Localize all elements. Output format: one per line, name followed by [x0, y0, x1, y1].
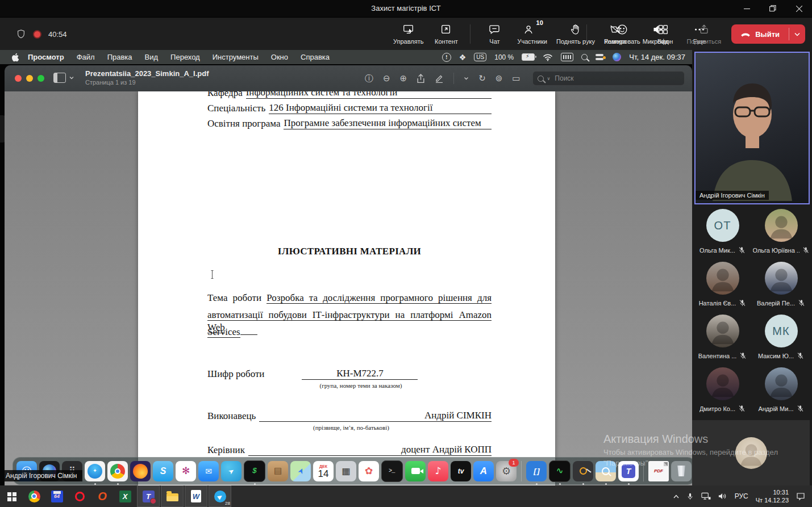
taskbar-emulator[interactable]: 64 — [45, 485, 68, 507]
wifi-icon[interactable] — [543, 53, 553, 61]
language-indicator[interactable]: РУС — [735, 492, 748, 500]
menu-view[interactable]: Вид — [139, 53, 165, 61]
dock-keychain[interactable] — [573, 461, 593, 481]
search-input[interactable] — [553, 74, 679, 83]
dock-chrome[interactable] — [107, 461, 128, 481]
close-button[interactable] — [786, 0, 812, 17]
text-annotation-icon[interactable]: ▭ — [512, 74, 520, 83]
menu-file[interactable]: Файл — [70, 53, 101, 61]
dock-preview-app[interactable] — [596, 461, 616, 481]
taskbar-office[interactable]: O — [91, 485, 114, 507]
minimize-window-icon[interactable] — [26, 75, 33, 82]
participant-tile[interactable]: Валентина ... — [693, 315, 752, 367]
dock-telegram[interactable]: ➤ — [221, 461, 241, 481]
restore-button[interactable] — [760, 0, 786, 17]
minimize-button[interactable] — [734, 0, 760, 17]
highlight-icon[interactable]: ⊚ — [495, 74, 503, 83]
info-icon[interactable]: ⓘ — [365, 74, 373, 83]
dock-slack[interactable]: ✻ — [176, 461, 196, 481]
cleaner-status-icon[interactable]: ! — [442, 53, 451, 62]
dock-pdf-file[interactable]: PDF — [648, 461, 669, 481]
taskbar-file-explorer[interactable] — [161, 485, 184, 507]
participant-tile[interactable]: ОТ Ольга Мик... — [693, 209, 752, 262]
dock-terminal[interactable]: >_ — [381, 460, 403, 482]
menubar-clock[interactable]: Чт, 14 дек. 09:37 — [629, 53, 685, 61]
dock-contacts[interactable]: ▤ — [268, 461, 288, 481]
markup-pen-icon[interactable] — [435, 74, 444, 83]
spotlight-search-icon[interactable] — [581, 54, 588, 60]
participant-tile[interactable]: Андрій Ми... — [752, 367, 810, 420]
dock-facetime[interactable] — [405, 461, 426, 481]
menu-window[interactable]: Окно — [265, 53, 294, 61]
hidden-icons-arrow[interactable] — [673, 495, 679, 498]
dock-photos[interactable]: ✿ — [359, 461, 379, 481]
menu-help[interactable]: Справка — [294, 53, 336, 61]
dock-calculator[interactable]: ▦ — [336, 461, 356, 481]
dock-appstore[interactable]: A — [473, 461, 494, 481]
camera-button[interactable]: Камера — [598, 19, 632, 49]
share-icon[interactable] — [417, 74, 425, 83]
dock-teams[interactable]: T — [618, 461, 639, 481]
dock-calendar[interactable]: ДЕК 14 — [313, 461, 334, 481]
microphone-button[interactable]: Микрофон — [639, 19, 677, 49]
content-button[interactable]: Контент — [429, 19, 463, 49]
keyboard-layout-indicator[interactable]: US — [474, 53, 486, 61]
taskbar-excel[interactable]: X — [114, 485, 136, 507]
rotate-icon[interactable]: ↻ — [478, 74, 486, 83]
taskbar-teams[interactable]: T — [137, 485, 160, 507]
participant-tile[interactable] — [692, 420, 810, 485]
menu-app-name[interactable]: Просмотр — [22, 53, 70, 61]
leave-options-button[interactable] — [789, 24, 805, 44]
taskbar-opera[interactable] — [68, 485, 91, 507]
taskbar-clock[interactable]: 10:31 Чт 14.12.23 — [756, 488, 789, 504]
action-center-icon[interactable] — [796, 492, 805, 501]
menu-edit[interactable]: Правка — [101, 53, 139, 61]
dock-firefox[interactable] — [130, 461, 151, 481]
taskbar-chrome[interactable] — [23, 485, 45, 507]
share-button[interactable]: Поделиться — [683, 19, 724, 49]
dock-safari[interactable]: ✦ — [85, 461, 105, 481]
participants-button[interactable]: 10 Участники — [514, 19, 551, 49]
close-window-icon[interactable] — [15, 75, 22, 82]
dock-iterm[interactable]: $ — [244, 460, 265, 482]
sidebar-toggle-button[interactable] — [53, 73, 74, 83]
dock-music[interactable]: ♪ — [428, 461, 448, 481]
menubar-app-icon[interactable] — [596, 54, 605, 61]
battery-icon[interactable]: ⚡ — [522, 53, 535, 61]
menu-go[interactable]: Переход — [164, 53, 206, 61]
tray-mic-icon[interactable] — [686, 492, 694, 501]
volume-icon[interactable] — [718, 492, 727, 500]
dropbox-icon[interactable]: ❖ — [459, 53, 467, 61]
recording-indicator-icon[interactable] — [33, 30, 41, 39]
dock-trash[interactable] — [671, 461, 692, 481]
dock-settings[interactable]: ⚙ 1 — [496, 461, 517, 481]
dock-activity-monitor[interactable]: ∿ — [549, 460, 571, 482]
keyboard-viewer-icon[interactable] — [561, 53, 573, 61]
zoom-window-icon[interactable] — [38, 75, 44, 82]
leave-button[interactable]: Выйти — [731, 24, 789, 44]
participant-tile[interactable]: Наталія Єв... — [693, 262, 752, 315]
taskbar-telegram[interactable]: ▶28 — [209, 485, 231, 507]
taskbar-word[interactable]: W — [185, 485, 207, 507]
dock-skype[interactable]: S — [153, 461, 173, 481]
chevron-down-icon[interactable] — [464, 77, 469, 80]
participant-tile[interactable]: Ольга Юріївна ... — [752, 209, 810, 262]
participant-tile[interactable]: Валерій Пе... — [752, 262, 810, 315]
dock-appletv[interactable]: tv — [451, 461, 471, 481]
security-shield-icon[interactable] — [16, 28, 26, 40]
active-speaker-video[interactable]: Андрій Ігорович Сімкін — [694, 52, 810, 204]
apple-logo-icon[interactable] — [11, 53, 19, 62]
participant-tile[interactable]: МК Максим Ю... — [752, 315, 810, 367]
menu-tools[interactable]: Инструменты — [206, 53, 265, 61]
chat-button[interactable]: Чат — [477, 19, 511, 49]
network-icon[interactable] — [701, 492, 711, 500]
participant-tile[interactable]: Дмитро Ко... — [693, 367, 752, 420]
dock-rectangle[interactable]: [ ] — [526, 461, 547, 481]
document-search-field[interactable]: ∨ — [532, 71, 685, 86]
zoom-in-icon[interactable]: ⊕ — [400, 74, 407, 83]
dock-maps[interactable]: ➤ — [290, 461, 311, 481]
siri-icon[interactable] — [613, 53, 621, 61]
dock-mail[interactable]: ✉ — [198, 461, 219, 481]
manage-button[interactable]: Управлять — [390, 19, 427, 49]
start-button[interactable] — [0, 485, 23, 507]
